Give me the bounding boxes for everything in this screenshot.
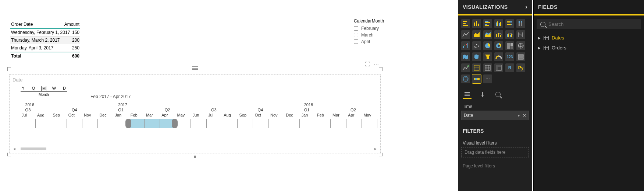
resize-grip-icon[interactable] [194,156,196,158]
slicer-icon[interactable] [472,63,481,72]
scroll-right-icon[interactable]: ► [374,147,377,150]
chevron-down-icon[interactable]: ▼ [517,114,520,118]
card-icon[interactable]: 123 [505,52,514,61]
timeline-cell[interactable] [222,119,238,128]
chevron-right-icon[interactable]: › [525,4,527,10]
stacked-bar-icon[interactable] [461,19,470,28]
field-well-date[interactable]: Date ▼✕ [461,111,529,120]
granularity-selector[interactable]: Y Q M W D Month [21,86,67,97]
table-node-dates[interactable]: ▶ Dates [534,33,644,43]
timeline-cell[interactable] [269,119,284,128]
slicer-item[interactable]: February [354,26,384,31]
granularity-day[interactable]: D [62,86,67,91]
drag-grip-icon[interactable] [192,66,198,70]
granularity-month[interactable]: M [41,86,46,91]
table-row[interactable]: Monday, April 3, 2017 250 [10,44,80,52]
donut-chart-icon[interactable] [494,41,503,50]
col-header-orderdate[interactable]: Order Date [11,22,33,27]
line-clustered-icon[interactable] [505,30,514,39]
area-chart-icon[interactable] [472,30,481,39]
filters-drop-zone[interactable]: Drag data fields here [461,147,529,157]
fields-tab-icon[interactable] [463,90,472,99]
shape-map-icon[interactable] [472,52,481,61]
scatter-icon[interactable] [472,41,481,50]
timeline-cell[interactable] [51,119,67,128]
timeline-cell[interactable] [36,119,51,128]
search-input[interactable] [548,21,637,27]
fields-search[interactable] [537,19,641,29]
r-visual-icon[interactable]: R [505,63,514,72]
timeline-cell[interactable] [175,119,191,128]
stacked-column-100-icon[interactable] [516,19,525,28]
timeline-cell[interactable] [362,119,377,128]
timeline-cell[interactable] [67,119,82,128]
report-canvas[interactable]: Order Date Amount Wednesday, February 1,… [0,0,456,191]
treemap-icon[interactable] [505,41,514,50]
slicer-item[interactable]: March [354,32,384,38]
line-chart-icon[interactable] [461,30,470,39]
table-row[interactable]: Wednesday, February 1, 2017 150 [10,29,80,37]
pie-chart-icon[interactable] [483,41,492,50]
more-options-icon[interactable]: ⋯ [374,61,379,67]
ribbon-chart-icon[interactable] [516,30,525,39]
python-visual-icon[interactable]: Py [516,63,525,72]
line-column-icon[interactable] [494,30,503,39]
expand-icon[interactable]: ▶ [538,36,541,40]
selection-corner[interactable] [7,67,11,71]
timeline-cell[interactable] [20,119,36,128]
timeline-cell[interactable] [82,119,98,128]
scroll-thumb[interactable] [21,147,46,150]
timeline-cell[interactable] [98,119,113,128]
focus-mode-icon[interactable]: ⛶ [365,61,370,67]
table-icon[interactable] [483,63,492,72]
checkbox-icon[interactable] [354,26,358,31]
timeline-cell[interactable] [346,119,362,128]
table-row[interactable]: Thursday, March 2, 2017 200 [10,37,80,44]
format-tab-icon[interactable] [478,90,487,99]
timeline-cell[interactable] [207,119,222,128]
timeline-cell[interactable] [129,119,145,128]
analytics-tab-icon[interactable] [494,90,502,99]
timeline-custom-visual-icon[interactable] [472,74,481,83]
timeline-scrollbar[interactable]: ◄ ► [13,146,377,151]
granularity-quarter[interactable]: Q [31,86,36,91]
range-handle-right[interactable] [172,119,178,128]
stacked-bar-100-icon[interactable] [505,19,514,28]
granularity-year[interactable]: Y [21,86,26,91]
timeline-visual[interactable]: Date Y Q M W D Month Feb 2017 - Apr 2017… [9,74,381,153]
matrix-icon[interactable] [494,63,503,72]
stacked-column-icon[interactable] [472,19,481,28]
timeline-cell[interactable] [145,119,160,128]
timeline-cell[interactable] [331,119,346,128]
remove-field-icon[interactable]: ✕ [523,113,526,118]
clustered-column-icon[interactable] [494,19,503,28]
table-node-orders[interactable]: ▶ Orders [534,43,644,53]
checkbox-icon[interactable] [354,33,358,37]
stacked-area-icon[interactable] [483,30,492,39]
timeline-cell[interactable] [191,119,206,128]
gauge-icon[interactable] [494,52,503,61]
scroll-track[interactable] [16,147,374,150]
timeline-cell[interactable] [300,119,315,128]
timeline-cell[interactable] [284,119,300,128]
range-handle-left[interactable] [125,119,131,128]
timeline-cell[interactable] [238,119,253,128]
multi-row-card-icon[interactable] [516,52,525,61]
map-icon[interactable] [516,41,525,50]
slicer-visual[interactable]: CalendarMonth February March April [354,18,384,46]
scroll-left-icon[interactable]: ◄ [13,147,16,150]
table-visual[interactable]: Order Date Amount Wednesday, February 1,… [10,20,80,60]
expand-icon[interactable]: ▶ [538,46,541,50]
timeline-chart[interactable]: 201620172018 Q3Q4Q1Q2Q3Q4Q1Q2 JulAugSepO… [20,103,377,134]
col-header-amount[interactable]: Amount [64,22,79,27]
import-visual-icon[interactable]: ⋯ [483,74,492,83]
waterfall-icon[interactable] [461,41,470,50]
checkbox-icon[interactable] [354,39,358,44]
selection-corner[interactable] [379,67,383,71]
funnel-icon[interactable] [483,52,492,61]
arcgis-icon[interactable] [461,74,470,83]
timeline-visual-selection[interactable]: ⛶ ⋯ Date Y Q M W D Month Feb 2017 - Apr … [7,67,383,156]
timeline-cell[interactable] [315,119,331,128]
granularity-week[interactable]: W [51,86,57,91]
kpi-icon[interactable] [461,63,470,72]
